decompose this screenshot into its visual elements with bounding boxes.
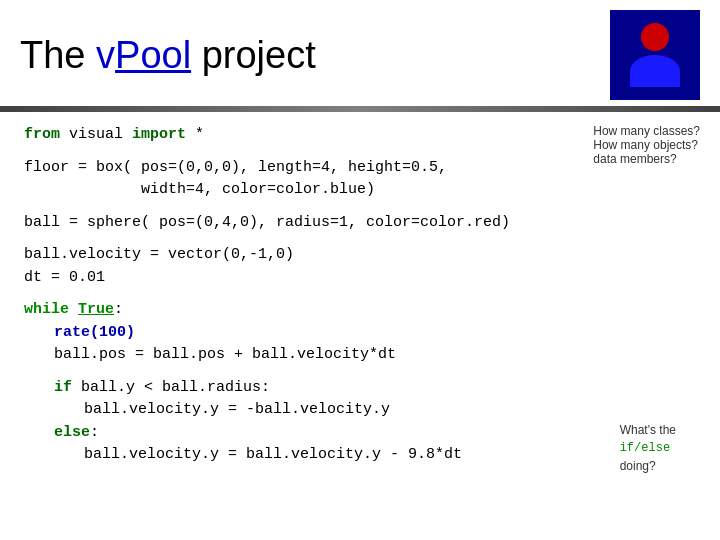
avatar-body (630, 55, 680, 87)
keyword-from: from (24, 126, 60, 143)
side-note-top-line2: How many objects? (593, 138, 700, 152)
title-pool: Pool (115, 34, 191, 76)
keyword-import: import (132, 126, 186, 143)
title-prefix: The (20, 34, 96, 76)
side-note-bottom: What's the if/else doing? (620, 421, 676, 475)
rate-line: rate(100) (24, 322, 696, 345)
side-note-bottom-line2: if/else (620, 439, 676, 457)
title-suffix: project (191, 34, 316, 76)
main-content: How many classes? How many objects? data… (0, 112, 720, 479)
ballpos-line: ball.pos = ball.pos + ball.velocity*dt (24, 344, 696, 367)
side-note-top: How many classes? How many objects? data… (593, 124, 700, 166)
if-else-block: if ball.y < ball.radius: ball.velocity.y… (24, 377, 696, 467)
title-bar: The vPool project (0, 0, 720, 100)
floor-line2: width=4, color=color.blue) (24, 179, 696, 202)
side-note-bottom-line3: doing? (620, 457, 676, 475)
fn-rate: rate(100) (54, 324, 135, 341)
dt-line: dt = 0.01 (24, 267, 696, 290)
velocity-statement: ball.velocity = vector(0,-1,0) dt = 0.01 (24, 244, 696, 289)
else-line: else: (24, 422, 696, 445)
avatar-head (641, 23, 669, 51)
velocity-line: ball.velocity = vector(0,-1,0) (24, 244, 696, 267)
keyword-else: else (54, 424, 90, 441)
side-note-top-line1: How many classes? (593, 124, 700, 138)
avatar-box (610, 10, 700, 100)
vel-grav-line: ball.velocity.y = ball.velocity.y - 9.8*… (24, 444, 696, 467)
keyword-if: if (54, 379, 72, 396)
slide-title: The vPool project (20, 34, 316, 77)
vel-neg-line: ball.velocity.y = -ball.velocity.y (24, 399, 696, 422)
if-line: if ball.y < ball.radius: (24, 377, 696, 400)
side-note-bottom-line1: What's the (620, 421, 676, 439)
side-note-top-line3: data members? (593, 152, 700, 166)
keyword-true: True (78, 301, 114, 318)
title-v: v (96, 34, 115, 76)
keyword-while: while (24, 301, 69, 318)
slide: The vPool project How many classes? How … (0, 0, 720, 540)
while-block: while True: rate(100) ball.pos = ball.po… (24, 299, 696, 367)
ball-statement: ball = sphere( pos=(0,4,0), radius=1, co… (24, 212, 696, 235)
while-line: while True: (24, 299, 696, 322)
